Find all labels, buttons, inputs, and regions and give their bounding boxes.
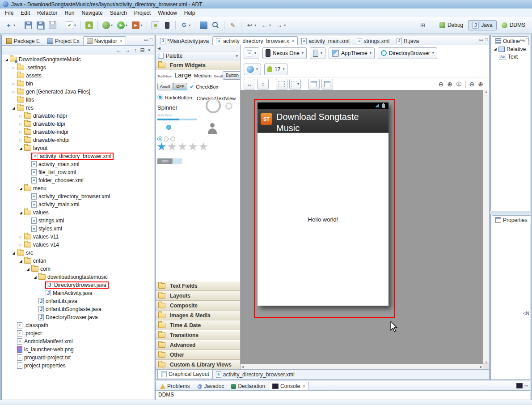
scroll-right-icon[interactable]: ▶ <box>480 365 482 369</box>
tree-item-layout[interactable]: ◢layout <box>2 144 154 152</box>
view-tab-properties[interactable]: Properties <box>492 215 531 224</box>
zoom-out-icon[interactable]: ⊖ <box>439 81 444 88</box>
menu-window[interactable]: Window <box>154 9 181 17</box>
minimize-icon[interactable]: ▭ <box>520 37 524 42</box>
tree-item-folder-chooser-xml[interactable]: folder_chooser.xml <box>2 176 154 184</box>
close-tab-icon[interactable]: × <box>303 384 305 389</box>
forward-button[interactable]: →▾ <box>274 19 287 31</box>
console-tab-javadoc[interactable]: Javadoc <box>194 382 228 390</box>
menu-run[interactable]: Run <box>61 9 78 17</box>
back-icon[interactable]: ← <box>116 47 121 53</box>
show-overlay-button[interactable] <box>321 79 333 90</box>
verify-button[interactable]: ✓▾ <box>64 19 78 31</box>
tree-item-values-v11[interactable]: ▷values-v11 <box>2 233 154 241</box>
hello-world-text[interactable]: Hello world! <box>308 216 338 223</box>
palette-section-transitions[interactable]: Transitions <box>156 330 240 340</box>
tree-item-classpath[interactable]: .classpath <box>2 321 154 329</box>
console-tab-console[interactable]: Console× <box>269 382 309 390</box>
show-structure-button[interactable] <box>308 79 320 90</box>
android-preview[interactable]: ST Download Songtaste Music Hello world! <box>258 102 388 306</box>
format-button[interactable] <box>198 19 209 31</box>
tree-item-downloadsongtastemusic[interactable]: ◢downloadsongtastemusic <box>2 273 154 281</box>
tree-item-settings[interactable]: ▷.settings <box>2 64 154 72</box>
palette-item-radiobutton[interactable]: RadioButton <box>157 94 192 100</box>
tree-item-drawable-xhdpi[interactable]: ▷drawable-xhdpi <box>2 136 154 144</box>
minimize-icon[interactable]: ▭ <box>479 37 483 42</box>
tree-item-assets[interactable]: assets <box>2 72 154 80</box>
tree-item-styles-xml[interactable]: styles.xml <box>2 225 154 233</box>
palette-item-button[interactable]: Button <box>223 71 240 80</box>
api-level-combo[interactable]: 17▾ <box>264 64 287 75</box>
palette-item-textview-medium[interactable]: Medium <box>194 73 211 78</box>
outline-item-relative[interactable]: ◢Relative <box>491 45 530 53</box>
tree-item-bin[interactable]: ▷bin <box>2 80 154 88</box>
close-tab-icon[interactable]: × <box>292 38 295 43</box>
theme-combo[interactable]: AppTheme▾ <box>329 47 375 59</box>
maximize-icon[interactable]: □ <box>150 37 152 42</box>
scroll-up-icon[interactable]: ▲ <box>485 90 488 93</box>
annotation-button[interactable]: ✎ <box>227 19 238 31</box>
palette-item-textview[interactable]: TextView <box>157 74 172 78</box>
tree-item-crifan[interactable]: ◢crifan <box>2 257 154 265</box>
tree-item-values[interactable]: ◢values <box>2 209 154 217</box>
tree-item-activity-directory-browser-xml[interactable]: activity_directory_browser.xml <box>2 152 154 160</box>
tree-item-drawable-mdpi[interactable]: ▷drawable-mdpi <box>2 128 154 136</box>
palette-item-progressbar-horizontal[interactable] <box>157 119 197 120</box>
perspective-button-java[interactable]: JJava <box>468 20 496 30</box>
perspective-button-ddms[interactable]: DDMS <box>498 20 529 30</box>
editor-tab-strings-xml[interactable]: strings.xml <box>353 36 393 45</box>
tree-item-src[interactable]: ◢src <box>2 249 154 257</box>
console-tab-declaration[interactable]: Declaration <box>228 382 269 390</box>
palette-item-switch[interactable]: OFF <box>157 158 173 164</box>
palette-section-advanced[interactable]: Advanced <box>156 340 240 350</box>
palette-section-composite[interactable]: Composite <box>156 301 240 311</box>
view-tab-package-e[interactable]: Package E <box>3 36 43 45</box>
tree-item-activity-main-xml[interactable]: activity_main.xml <box>2 200 154 209</box>
snap-to-grid-button[interactable] <box>276 79 287 90</box>
tree-item-directorybrowser-java[interactable]: DirectoryBrowser.java <box>2 313 154 321</box>
zoom-minus-icon[interactable]: ⊖ <box>469 81 475 88</box>
view-menu-icon[interactable]: ▾ <box>148 48 150 52</box>
menu-file[interactable]: File <box>1 9 17 17</box>
tree-item-drawable-hdpi[interactable]: ▷drawable-hdpi <box>2 112 154 120</box>
console-tab-problems[interactable]: Problems <box>156 382 194 390</box>
collapse-all-icon[interactable]: ⊟ <box>140 47 144 53</box>
palette-item-textview-small[interactable]: Small <box>214 74 223 78</box>
tree-item-com[interactable]: ◢com <box>2 265 154 273</box>
palette-item-checkbox[interactable]: ✔CheckBox <box>190 84 218 90</box>
palette-item-spinner[interactable]: Spinner <box>157 104 177 111</box>
new-android-project-button[interactable]: a <box>84 19 95 31</box>
open-resource-button[interactable]: G▾ <box>178 19 192 31</box>
menu-refactor[interactable]: Refactor <box>34 9 61 17</box>
palette-section-text-fields[interactable]: Text Fields <box>156 281 240 291</box>
sdk-manager-button[interactable] <box>150 19 161 31</box>
close-tab-icon[interactable]: × <box>120 38 122 43</box>
palette-section-other[interactable]: Other <box>156 350 240 360</box>
activity-combo[interactable]: DirectoryBrowser▾ <box>378 47 437 59</box>
snap-options-button[interactable]: ▾ <box>289 79 301 90</box>
editor-tab-activity-main-xml[interactable]: activity_main.xml <box>298 36 353 45</box>
maximize-icon[interactable]: □ <box>485 37 488 42</box>
device-combo[interactable]: Nexus One▾ <box>262 47 307 59</box>
vertical-scrollbar[interactable]: ▲ ▼ <box>483 90 489 364</box>
tree-item-directorybrowser-java[interactable]: DirectoryBrowser.java <box>2 281 154 289</box>
tree-item-res[interactable]: ◢res <box>2 104 154 112</box>
tree-item-mainactivity-java[interactable]: MainActivity.java <box>2 289 154 297</box>
tree-item-activity-main-xml[interactable]: activity_main.xml <box>2 160 154 168</box>
palette-section-form-widgets[interactable]: Form Widgets <box>156 60 240 70</box>
minimize-icon[interactable]: ▭ <box>524 384 528 388</box>
menu-search[interactable]: Search <box>106 9 131 17</box>
last-edit-button[interactable]: ↩▾ <box>244 19 258 31</box>
view-tab-navigator[interactable]: Navigator× <box>83 36 126 45</box>
menu-edit[interactable]: Edit <box>17 9 34 17</box>
menu-help[interactable]: Help <box>181 9 199 17</box>
tree-item-menu[interactable]: ◢menu <box>2 184 154 192</box>
save-all-button[interactable] <box>35 19 46 31</box>
tree-item-gen-generated-java-files[interactable]: ▷gen [Generated Java Files] <box>2 88 154 96</box>
editor-bottom-tab-graphical-layout[interactable]: Graphical Layout <box>157 370 213 379</box>
menu-navigate[interactable]: Navigate <box>78 9 106 17</box>
forward-icon[interactable]: → <box>125 47 130 53</box>
search-button[interactable] <box>210 19 221 31</box>
zoom-fit-icon[interactable]: ⊕ <box>447 81 452 88</box>
save-button[interactable] <box>23 19 34 31</box>
